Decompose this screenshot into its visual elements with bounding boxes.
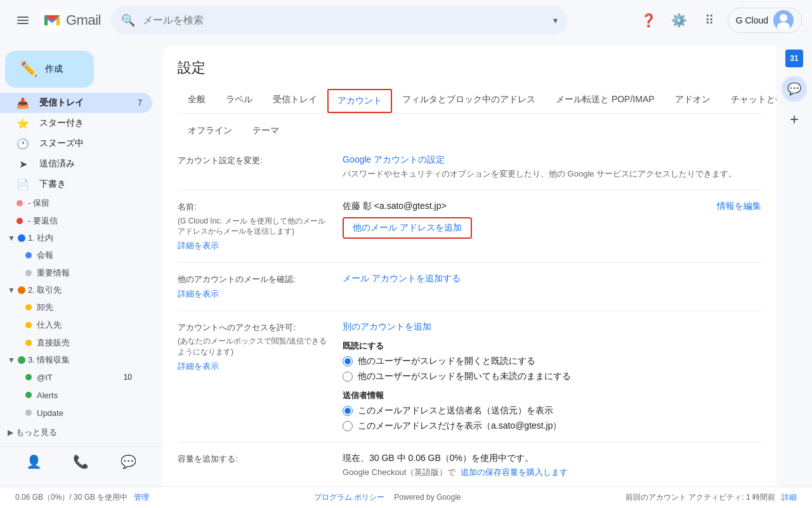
section-storage-content: 現在、30 GB 中 0.06 GB（0%）を使用中です。 Google Che… xyxy=(343,453,761,478)
chat-panel-icon[interactable]: 💬 xyxy=(782,76,807,102)
chat-icon[interactable]: 💬 xyxy=(121,454,136,469)
calendar-panel-icon[interactable]: 31 xyxy=(782,46,807,71)
label-item-update[interactable]: Update xyxy=(0,404,152,422)
footer-right: 前回のアカウント アクティビティ: 1 時間前 詳細 xyxy=(625,492,797,503)
name-label-text: 名前: xyxy=(178,201,327,213)
tab-forwarding[interactable]: メール転送と POP/IMAP xyxy=(546,88,665,114)
tab-general[interactable]: 全般 xyxy=(178,88,216,114)
add-another-account-link[interactable]: 別のアカウントを追加 xyxy=(343,321,431,331)
radio-sender-option1[interactable]: このメールアドレスと送信者名（送信元）を表示 xyxy=(343,405,761,417)
search-bar[interactable]: 🔍 ▾ xyxy=(111,6,568,35)
group2-header[interactable]: ▼ 2. 取引先 xyxy=(0,282,162,298)
label-item-need-reply[interactable]: - 要返信 xyxy=(0,212,152,230)
label-item-kaigi[interactable]: 会報 xyxy=(0,246,152,264)
add-account-link[interactable]: メール アカウントを追加する xyxy=(343,273,461,283)
nav-item-starred[interactable]: ⭐ スター付き xyxy=(0,113,152,133)
label-item-juyo[interactable]: 重要情報 xyxy=(0,264,152,282)
apps-icon[interactable]: ⠿ xyxy=(697,8,723,33)
nav-item-inbox[interactable]: 📥 受信トレイ 7 xyxy=(0,93,152,113)
tab-filters[interactable]: フィルタとブロック中のアドレス xyxy=(392,88,546,114)
nav-item-sent[interactable]: ➤ 送信済み xyxy=(0,154,152,174)
buy-storage-link[interactable]: 追加の保存容量を購入します xyxy=(461,467,568,477)
label-item-chokusetsu[interactable]: 直接販売 xyxy=(0,334,152,352)
group2-dot xyxy=(18,286,25,294)
chevron-down-icon-2: ▼ xyxy=(8,286,15,295)
radio-read-label1: 他のユーザーがスレッドを開くと既読にする xyxy=(358,356,535,367)
search-dropdown-icon[interactable]: ▾ xyxy=(553,15,558,25)
radio-read-option2[interactable]: 他のユーザーがスレッドを開いても未読のままにする xyxy=(343,371,761,382)
label-item-shiresaki[interactable]: 仕入先 xyxy=(0,316,152,334)
section-storage-label: 容量を追加する: xyxy=(178,453,343,478)
profile-area[interactable]: G Cloud xyxy=(728,8,802,33)
edit-info-link[interactable]: 情報を編集 xyxy=(717,201,761,212)
footer: 0.06 GB（0%）/ 30 GB を使用中 管理 プログラム ポリシー Po… xyxy=(0,486,812,508)
tab-chat[interactable]: チャットと会議 xyxy=(721,88,776,114)
footer-powered: Powered by Google xyxy=(394,493,461,502)
meet-icon[interactable]: 📞 xyxy=(73,454,89,469)
nav-item-snoozed[interactable]: 🕐 スヌーズ中 xyxy=(0,133,152,154)
label-dot-kaigi xyxy=(25,252,32,258)
group3-header[interactable]: ▼ 3. 情報収集 xyxy=(0,352,162,368)
contacts-icon[interactable]: 👤 xyxy=(26,454,42,469)
add-panel-icon[interactable]: + xyxy=(782,107,807,132)
tab-accounts[interactable]: アカウント xyxy=(327,89,392,113)
compose-button[interactable]: ✏️ 作成 xyxy=(5,51,94,88)
nav-item-drafts[interactable]: 📄 下書き xyxy=(0,174,152,194)
label-dot-chokusetsu xyxy=(25,340,32,346)
help-icon[interactable]: ❓ xyxy=(636,8,662,33)
radio-read-input1[interactable] xyxy=(343,356,353,366)
label-dot-juyo xyxy=(25,270,32,276)
add-email-button[interactable]: 他のメール アドレスを追加 xyxy=(343,217,472,239)
footer-storage: 0.06 GB（0%）/ 30 GB を使用中 xyxy=(15,493,128,502)
label-name-need-reply: - 要返信 xyxy=(28,215,58,227)
label-item-urisaki[interactable]: 卸先 xyxy=(0,298,152,316)
more-text: もっと見る xyxy=(16,427,57,438)
radio-read-input2[interactable] xyxy=(343,371,353,382)
tab-labels[interactable]: ラベル xyxy=(216,88,263,114)
tab-theme[interactable]: テーマ xyxy=(242,119,289,145)
tab-inbox[interactable]: 受信トレイ xyxy=(263,88,327,114)
section-account-settings-label: アカウント設定を変更: xyxy=(178,154,343,180)
footer-manage-link[interactable]: 管理 xyxy=(134,493,149,502)
tab-addons[interactable]: アドオン xyxy=(665,88,721,114)
section-name-label: 名前: (G Cloud Inc. メール を使用して他のメール アドレスからメ… xyxy=(178,201,343,252)
radio-sender-input2[interactable] xyxy=(343,421,353,431)
other-accounts-label-text: 他のアカウントのメールを確認: xyxy=(178,273,327,286)
more-label[interactable]: ▶ もっと見る xyxy=(0,424,162,441)
label-item-alerts[interactable]: Alerts xyxy=(0,386,152,404)
label-item-it[interactable]: @IT 10 xyxy=(0,368,152,386)
label-item-reserved[interactable]: - 保留 xyxy=(0,194,152,212)
menu-icon[interactable] xyxy=(10,8,36,33)
nav-label-drafts: 下書き xyxy=(39,178,142,190)
radio-sender-option2[interactable]: このメールアドレスだけを表示（a.sato@gtest.jp） xyxy=(343,420,761,432)
google-account-settings-link[interactable]: Google アカウントの設定 xyxy=(343,154,445,164)
other-accounts-show-details[interactable]: 詳細を表示 xyxy=(178,288,327,300)
section-account-settings-content: Google アカウントの設定 パスワードやセキュリティのオプションを変更したり… xyxy=(343,154,761,180)
group1-header[interactable]: ▼ 1. 社内 xyxy=(0,230,162,246)
settings-title: 設定 xyxy=(178,58,761,77)
radio-read-option1[interactable]: 他のユーザーがスレッドを開くと既読にする xyxy=(343,356,761,367)
footer-details-link[interactable]: 詳細 xyxy=(782,493,797,502)
account-access-show-details[interactable]: 詳細を表示 xyxy=(178,360,327,373)
section-other-accounts: 他のアカウントのメールを確認: 詳細を表示 メール アカウントを追加する xyxy=(178,263,761,311)
gmail-logo[interactable]: Gmail xyxy=(41,9,101,32)
settings-tabs-row2: オフライン テーマ xyxy=(178,114,761,144)
name-show-details[interactable]: 詳細を表示 xyxy=(178,239,327,252)
group3-dot xyxy=(18,356,25,364)
section-other-accounts-content: メール アカウントを追加する xyxy=(343,273,761,300)
profile-text: G Cloud xyxy=(736,15,768,25)
search-input[interactable] xyxy=(143,15,546,26)
compose-icon: ✏️ xyxy=(20,61,37,77)
right-panel: 31 💬 + xyxy=(776,41,812,486)
settings-icon[interactable]: ⚙️ xyxy=(667,8,692,33)
section-account-access: アカウントへのアクセスを許可: (あなたのメールボックスで閲覧/送信できるように… xyxy=(178,311,761,443)
name-email: 佐藤 彰 <a.sato@gtest.jp> xyxy=(343,201,447,212)
group2-label: 2. 取引先 xyxy=(28,284,62,296)
section-account-access-label: アカウントへのアクセスを許可: (あなたのメールボックスで閲覧/送信できるように… xyxy=(178,321,343,432)
radio-sender-input1[interactable] xyxy=(343,406,353,416)
tab-offline[interactable]: オフライン xyxy=(178,119,242,145)
inbox-badge: 7 xyxy=(138,98,142,107)
read-section-label: 既読にする xyxy=(343,340,761,352)
footer-policy-link[interactable]: プログラム ポリシー xyxy=(314,493,384,502)
radio-sender-label1: このメールアドレスと送信者名（送信元）を表示 xyxy=(358,405,553,417)
